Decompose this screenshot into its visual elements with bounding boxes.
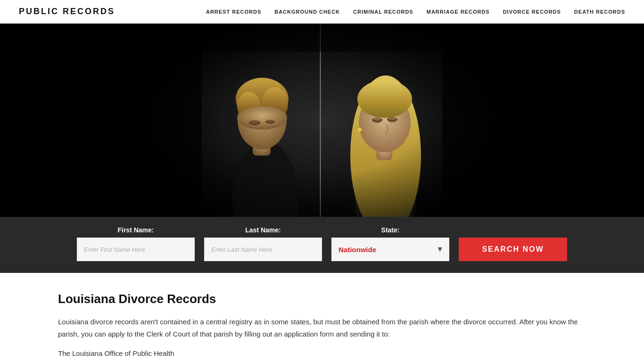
first-name-field: First Name:: [77, 226, 195, 261]
page-title: Louisiana Divorce Records: [58, 292, 586, 306]
last-name-label: Last Name:: [204, 226, 322, 234]
nav-arrest-records[interactable]: ARREST RECORDS: [206, 9, 261, 15]
hero-section: [0, 24, 644, 217]
nav-background-check[interactable]: BACKGROUND CHECK: [274, 9, 340, 15]
state-label: State:: [331, 226, 449, 234]
nav-divorce-records[interactable]: DIVORCE RECORDS: [503, 9, 561, 15]
nav-marriage-records[interactable]: MARRIAGE RECORDS: [427, 9, 490, 15]
nav-death-records[interactable]: DEATH RECORDS: [574, 9, 625, 15]
content-paragraph-1: Louisiana divorce records aren't contain…: [58, 316, 586, 340]
site-logo: PUBLIC RECORDS: [19, 7, 115, 16]
svg-rect-22: [442, 24, 499, 217]
hero-image: [145, 24, 499, 217]
svg-rect-23: [145, 24, 499, 52]
first-name-label: First Name:: [77, 226, 195, 234]
content-area: Louisiana Divorce Records Louisiana divo…: [39, 273, 605, 362]
nav-criminal-records[interactable]: CRIMINAL RECORDS: [353, 9, 413, 15]
state-field: State: Nationwide Alabama Alaska Arizona…: [331, 226, 449, 261]
search-now-button[interactable]: SEARCH NOW: [459, 238, 567, 261]
svg-rect-21: [145, 24, 202, 217]
state-select[interactable]: Nationwide Alabama Alaska Arizona Arkans…: [331, 238, 449, 261]
main-nav: ARREST RECORDS BACKGROUND CHECK CRIMINAL…: [206, 9, 625, 15]
header: PUBLIC RECORDS ARREST RECORDS BACKGROUND…: [0, 0, 644, 24]
first-name-input[interactable]: [77, 238, 195, 261]
search-section: First Name: Last Name: State: Nationwide…: [0, 217, 644, 273]
last-name-input[interactable]: [204, 238, 322, 261]
content-paragraph-2: The Louisiana Office of Public Health: [58, 347, 586, 360]
last-name-field: Last Name:: [204, 226, 322, 261]
state-select-wrapper: Nationwide Alabama Alaska Arizona Arkans…: [331, 238, 449, 261]
